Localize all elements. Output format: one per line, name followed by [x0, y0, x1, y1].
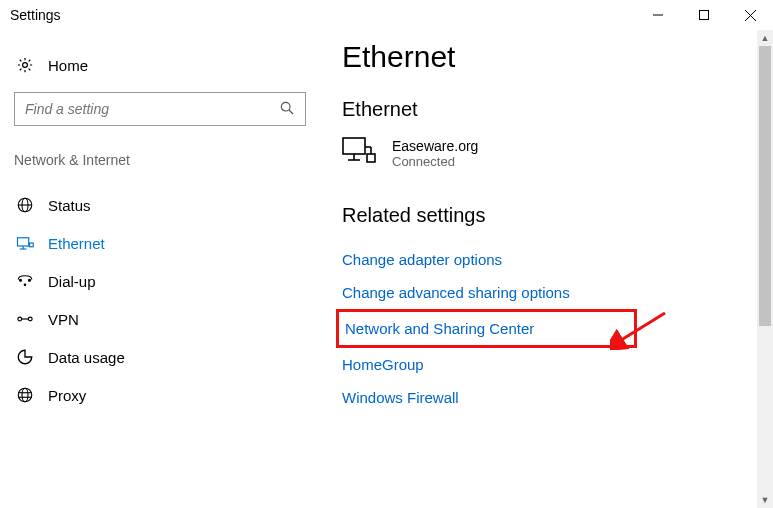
scroll-down-arrow[interactable]: ▼ [757, 492, 773, 508]
svg-rect-10 [18, 238, 29, 246]
sidebar-item-datausage[interactable]: Data usage [14, 338, 306, 376]
highlight-annotation: Network and Sharing Center [336, 309, 637, 348]
dialup-icon [16, 272, 34, 290]
svg-point-21 [22, 388, 28, 402]
ethernet-icon [16, 234, 34, 252]
sidebar-item-ethernet[interactable]: Ethernet [14, 224, 306, 262]
svg-line-6 [289, 110, 293, 114]
titlebar: Settings [0, 0, 773, 30]
sidebar-item-vpn[interactable]: VPN [14, 300, 306, 338]
link-adapter-options[interactable]: Change adapter options [342, 243, 773, 276]
svg-point-20 [18, 388, 32, 402]
ethernet-device-icon [342, 137, 376, 170]
sidebar-item-label: Ethernet [48, 235, 105, 252]
close-button[interactable] [727, 0, 773, 30]
sidebar-item-label: Status [48, 197, 91, 214]
proxy-icon [16, 386, 34, 404]
globe-icon [16, 196, 34, 214]
svg-point-5 [281, 102, 290, 111]
svg-point-16 [24, 284, 26, 286]
sidebar-item-status[interactable]: Status [14, 186, 306, 224]
connection-status: Connected [392, 154, 478, 169]
gear-icon [16, 56, 34, 74]
sidebar: Home Network & Internet Status [0, 30, 320, 508]
home-label: Home [48, 57, 88, 74]
link-homegroup[interactable]: HomeGroup [342, 348, 773, 381]
data-usage-icon [16, 348, 34, 366]
search-icon [279, 100, 295, 119]
scroll-thumb[interactable] [759, 46, 771, 326]
window-controls [635, 0, 773, 30]
main-panel: Ethernet Ethernet Easeware.org Connected… [320, 30, 773, 508]
sidebar-item-label: Data usage [48, 349, 125, 366]
connection-name: Easeware.org [392, 138, 478, 154]
svg-point-15 [29, 279, 31, 281]
vpn-icon [16, 310, 34, 328]
link-windows-firewall[interactable]: Windows Firewall [342, 381, 773, 414]
category-heading: Network & Internet [14, 152, 306, 168]
sidebar-item-label: VPN [48, 311, 79, 328]
svg-rect-27 [367, 154, 375, 162]
sidebar-item-label: Proxy [48, 387, 86, 404]
svg-point-18 [28, 317, 32, 321]
sidebar-item-dialup[interactable]: Dial-up [14, 262, 306, 300]
svg-point-17 [18, 317, 22, 321]
scrollbar[interactable]: ▲ ▼ [757, 30, 773, 508]
related-settings-heading: Related settings [342, 204, 773, 227]
link-network-sharing-center[interactable]: Network and Sharing Center [345, 316, 534, 341]
search-box[interactable] [14, 92, 306, 126]
connection-section-heading: Ethernet [342, 98, 773, 121]
svg-point-14 [20, 279, 22, 281]
sidebar-item-label: Dial-up [48, 273, 96, 290]
home-button[interactable]: Home [14, 50, 306, 92]
minimize-button[interactable] [635, 0, 681, 30]
connection-item[interactable]: Easeware.org Connected [342, 137, 773, 170]
link-advanced-sharing[interactable]: Change advanced sharing options [342, 276, 773, 309]
window-title: Settings [10, 7, 61, 23]
search-input[interactable] [25, 101, 279, 117]
page-title: Ethernet [342, 40, 773, 74]
sidebar-item-proxy[interactable]: Proxy [14, 376, 306, 414]
maximize-button[interactable] [681, 0, 727, 30]
svg-rect-1 [700, 11, 709, 20]
svg-rect-13 [30, 243, 34, 247]
svg-rect-24 [343, 138, 365, 154]
svg-point-4 [23, 63, 28, 68]
scroll-up-arrow[interactable]: ▲ [757, 30, 773, 46]
